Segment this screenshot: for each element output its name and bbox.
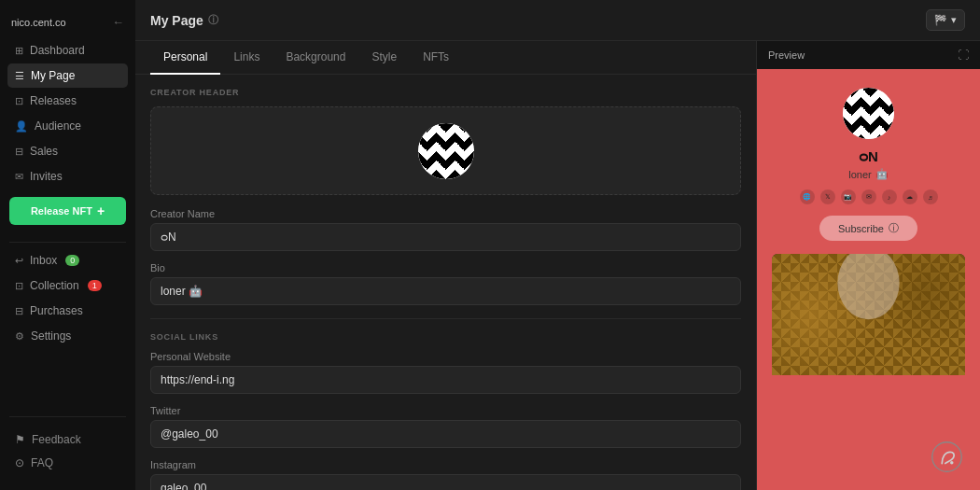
preview-content: ᴑN loner 🤖 🌐 𝕏 📷 ✉ ♪ ☁ ♬ xyxy=(757,69,980,490)
top-bar: My Page ⓘ 🏁 ▾ xyxy=(135,0,980,41)
svg-point-1 xyxy=(950,461,954,465)
sidebar-item-my-page[interactable]: ☰ My Page xyxy=(7,63,128,88)
sidebar-item-label: Dashboard xyxy=(30,44,85,57)
creator-name-label: Creator Name xyxy=(150,208,741,219)
my-page-icon: ☰ xyxy=(15,70,24,82)
preview-page: ᴑN loner 🤖 🌐 𝕏 📷 ✉ ♪ ☁ ♬ xyxy=(757,69,980,490)
sidebar-nav: ⊞ Dashboard ☰ My Page ⊡ Releases 👤 Audie… xyxy=(0,38,135,189)
content-area: Personal Links Background Style NFTs CRE… xyxy=(135,41,980,490)
sidebar-item-label: My Page xyxy=(31,69,75,82)
preview-social-icons: 🌐 𝕏 📷 ✉ ♪ ☁ ♬ xyxy=(800,189,938,204)
creator-name-input[interactable] xyxy=(150,223,741,251)
preview-creator-name: ᴑN xyxy=(859,148,878,165)
instagram-field-group: Instagram xyxy=(150,459,741,490)
preview-avatar xyxy=(843,88,894,139)
sidebar-item-purchases[interactable]: ⊟ Purchases xyxy=(7,299,128,323)
creator-header-section-label: CREATOR HEADER xyxy=(150,88,741,97)
logo-text: nico.cent.co xyxy=(11,17,66,28)
tab-nfts[interactable]: NFTs xyxy=(410,41,462,75)
social-icon-music[interactable]: ♪ xyxy=(882,189,897,204)
creator-header-upload[interactable] xyxy=(150,106,741,195)
preview-panel: Preview ⛶ ᴑN loner 🤖 xyxy=(756,41,980,490)
title-info-icon: ⓘ xyxy=(208,13,218,27)
instagram-input[interactable] xyxy=(150,474,741,490)
sidebar-item-dashboard[interactable]: ⊞ Dashboard xyxy=(7,38,128,63)
sidebar-item-collection[interactable]: ⊡ Collection 1 xyxy=(7,273,128,298)
chess-ball-pattern xyxy=(418,123,474,179)
preview-bio-text: loner xyxy=(848,169,871,180)
sidebar-item-invites[interactable]: ✉ Invites xyxy=(7,164,128,189)
tab-personal[interactable]: Personal xyxy=(150,41,220,75)
sidebar-divider xyxy=(9,242,126,243)
feedback-icon: ⚑ xyxy=(15,433,25,446)
social-icon-soundcloud[interactable]: ☁ xyxy=(903,189,917,204)
sidebar-item-releases[interactable]: ⊡ Releases xyxy=(7,89,128,113)
inbox-badge: 0 xyxy=(65,255,79,266)
preview-expand-icon[interactable]: ⛶ xyxy=(958,49,969,62)
bio-input[interactable] xyxy=(150,277,741,305)
tab-style[interactable]: Style xyxy=(358,41,410,75)
flag-button[interactable]: 🏁 ▾ xyxy=(926,9,965,31)
section-divider-1 xyxy=(150,318,741,319)
sidebar-item-audience[interactable]: 👤 Audience xyxy=(7,114,128,138)
tab-background[interactable]: Background xyxy=(273,41,358,75)
twitter-label: Twitter xyxy=(150,405,741,416)
collection-icon: ⊡ xyxy=(15,280,23,292)
faq-label: FAQ xyxy=(31,456,53,469)
dashboard-icon: ⊞ xyxy=(15,45,23,57)
twitter-input[interactable] xyxy=(150,420,741,448)
inbox-icon: ↩ xyxy=(15,255,23,267)
social-icon-web[interactable]: 🌐 xyxy=(800,189,815,204)
bio-field-group: Bio xyxy=(150,262,741,305)
release-nft-label: Release NFT xyxy=(31,205,92,217)
sidebar-item-label: Invites xyxy=(30,170,63,183)
sidebar-item-label: Audience xyxy=(35,119,81,133)
sidebar-item-label: Sales xyxy=(30,145,58,158)
social-icon-twitter[interactable]: 𝕏 xyxy=(820,189,835,204)
subscribe-button[interactable]: Subscribe ⓘ xyxy=(819,216,917,241)
audience-icon: 👤 xyxy=(15,120,28,133)
sidebar-item-feedback[interactable]: ⚑ Feedback xyxy=(7,428,128,451)
sidebar-item-inbox[interactable]: ↩ Inbox 0 xyxy=(7,248,128,273)
page-logo xyxy=(931,441,963,473)
sidebar-item-settings[interactable]: ⚙ Settings xyxy=(7,324,128,348)
sidebar-lower-nav: ↩ Inbox 0 ⊡ Collection 1 ⊟ Purchases ⚙ S… xyxy=(0,248,135,349)
website-field-group: Personal Website xyxy=(150,351,741,394)
svg-point-0 xyxy=(932,442,962,472)
social-icon-tiktok[interactable]: ♬ xyxy=(923,189,938,204)
purchases-icon: ⊟ xyxy=(15,305,23,317)
subscribe-label: Subscribe xyxy=(838,223,884,234)
page-title: My Page xyxy=(150,13,203,28)
tab-links[interactable]: Links xyxy=(220,41,273,75)
social-icon-email[interactable]: ✉ xyxy=(861,189,876,204)
collection-badge: 1 xyxy=(88,280,102,291)
sidebar-bottom: ⚑ Feedback ⊙ FAQ xyxy=(0,423,135,481)
bio-label: Bio xyxy=(150,262,741,273)
preview-chess-ball xyxy=(843,88,894,139)
sidebar-item-label: Settings xyxy=(31,329,71,343)
creator-avatar-preview xyxy=(418,123,474,179)
tabs-bar: Personal Links Background Style NFTs xyxy=(135,41,756,75)
preview-bio-emoji: 🤖 xyxy=(875,168,889,180)
collapse-icon[interactable]: ← xyxy=(112,15,124,29)
subscribe-info-icon: ⓘ xyxy=(889,221,899,235)
sidebar-logo-area: nico.cent.co ← xyxy=(0,9,135,38)
twitter-field-group: Twitter xyxy=(150,405,741,448)
settings-icon: ⚙ xyxy=(15,330,24,343)
instagram-label: Instagram xyxy=(150,459,741,470)
preview-bio: loner 🤖 xyxy=(848,168,888,180)
main-content: My Page ⓘ 🏁 ▾ Personal Links Background xyxy=(135,0,980,490)
flag-dropdown-icon: ▾ xyxy=(951,14,957,26)
sidebar-bottom-divider xyxy=(9,416,126,417)
preview-header: Preview ⛶ xyxy=(757,41,980,69)
social-icon-instagram[interactable]: 📷 xyxy=(841,189,856,204)
releases-icon: ⊡ xyxy=(15,95,23,107)
sidebar-item-sales[interactable]: ⊟ Sales xyxy=(7,139,128,163)
plus-icon: + xyxy=(97,203,105,218)
feedback-label: Feedback xyxy=(32,433,81,446)
sidebar-item-faq[interactable]: ⊙ FAQ xyxy=(7,452,128,474)
sidebar-item-label: Collection xyxy=(30,279,79,292)
release-nft-button[interactable]: Release NFT + xyxy=(9,197,126,225)
faq-icon: ⊙ xyxy=(15,456,24,469)
website-input[interactable] xyxy=(150,366,741,394)
